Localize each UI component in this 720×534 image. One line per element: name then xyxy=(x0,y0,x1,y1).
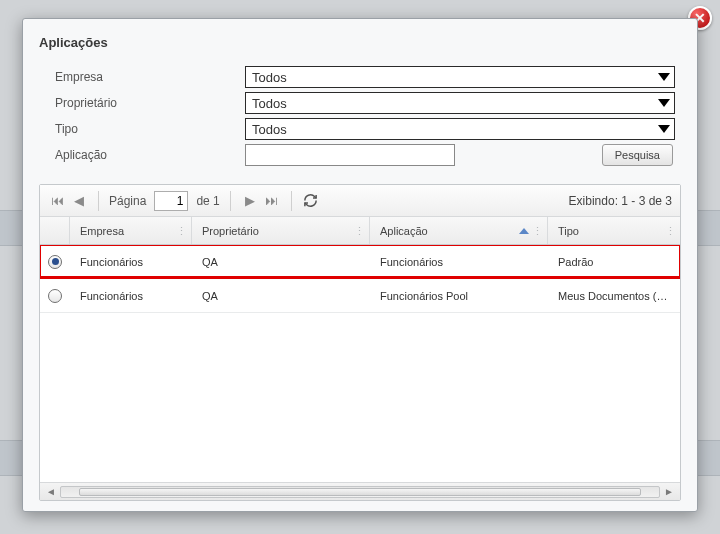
empresa-label: Empresa xyxy=(55,70,245,84)
pesquisa-button[interactable]: Pesquisa xyxy=(602,144,673,166)
row-radio[interactable] xyxy=(48,255,62,269)
proprietario-select[interactable]: Todos xyxy=(245,92,675,114)
separator xyxy=(291,191,292,211)
form-row-tipo: Tipo Todos xyxy=(55,116,675,142)
page-background: ✕ Aplicações Empresa Todos Proprietário … xyxy=(0,0,720,534)
column-header-empresa[interactable]: Empresa ⋮ xyxy=(70,217,192,244)
tipo-select[interactable]: Todos xyxy=(245,118,675,140)
column-header-select[interactable] xyxy=(40,217,70,244)
column-headers: Empresa ⋮ Proprietário ⋮ Aplicação ⋮ Tip… xyxy=(40,217,680,245)
pager-page-prefix: Página xyxy=(109,194,146,208)
scroll-left-button[interactable]: ◄ xyxy=(44,486,58,498)
pager-status: Exibindo: 1 - 3 de 3 xyxy=(569,194,672,208)
last-page-icon: ⏭ xyxy=(265,193,278,208)
chevron-down-icon xyxy=(658,125,670,133)
rows-container: FuncionáriosQAFuncionáriosPadrãoFuncioná… xyxy=(40,245,680,482)
pager-next-button[interactable]: ▶ xyxy=(241,192,259,210)
refresh-icon xyxy=(303,193,318,208)
pager-refresh-button[interactable] xyxy=(302,192,320,210)
first-page-icon: ⏮ xyxy=(51,193,64,208)
cell-tipo: Meus Documentos (Pool) xyxy=(548,290,680,302)
pager-prev-button[interactable]: ◀ xyxy=(70,192,88,210)
tipo-label: Tipo xyxy=(55,122,245,136)
form-row-proprietario: Proprietário Todos xyxy=(55,90,675,116)
empresa-select[interactable]: Todos xyxy=(245,66,675,88)
chevron-down-icon xyxy=(658,73,670,81)
column-header-aplicacao-label: Aplicação xyxy=(380,225,428,237)
column-header-tipo-label: Tipo xyxy=(558,225,579,237)
separator xyxy=(230,191,231,211)
proprietario-label: Proprietário xyxy=(55,96,245,110)
aplicacao-label: Aplicação xyxy=(55,148,245,162)
pager-page-suffix: de 1 xyxy=(196,194,219,208)
empresa-select-value: Todos xyxy=(252,70,287,85)
pager-page-input[interactable] xyxy=(154,191,188,211)
cell-aplicacao: Funcionários xyxy=(370,256,548,268)
column-header-proprietario-label: Proprietário xyxy=(202,225,259,237)
column-header-aplicacao[interactable]: Aplicação ⋮ xyxy=(370,217,548,244)
prev-page-icon: ◀ xyxy=(74,193,84,208)
pager-toolbar: ⏮ ◀ Página de 1 ▶ ⏭ xyxy=(40,185,680,217)
column-header-proprietario[interactable]: Proprietário ⋮ xyxy=(192,217,370,244)
pager-first-button[interactable]: ⏮ xyxy=(48,192,66,210)
column-header-tipo[interactable]: Tipo ⋮ xyxy=(548,217,680,244)
chevron-down-icon xyxy=(658,99,670,107)
sort-asc-icon xyxy=(519,228,529,234)
cell-empresa: Funcionários xyxy=(70,256,192,268)
proprietario-select-value: Todos xyxy=(252,96,287,111)
column-header-empresa-label: Empresa xyxy=(80,225,124,237)
form-row-empresa: Empresa Todos xyxy=(55,64,675,90)
cell-tipo: Padrão xyxy=(548,256,680,268)
scroll-right-button[interactable]: ► xyxy=(662,486,676,498)
aplicacoes-dialog: Aplicações Empresa Todos Proprietário To… xyxy=(22,18,698,512)
filter-form: Empresa Todos Proprietário Todos xyxy=(39,64,681,178)
tipo-select-value: Todos xyxy=(252,122,287,137)
scroll-track[interactable] xyxy=(60,486,660,498)
cell-proprietario: QA xyxy=(192,256,370,268)
chevron-right-icon: ► xyxy=(664,486,674,497)
form-row-aplicacao: Aplicação Pesquisa xyxy=(55,142,675,168)
sort-handle-icon: ⋮ xyxy=(176,224,187,237)
cell-empresa: Funcionários xyxy=(70,290,192,302)
table-row[interactable]: FuncionáriosQAFuncionáriosPadrão xyxy=(40,245,680,279)
table-row[interactable]: FuncionáriosQAFuncionários PoolMeus Docu… xyxy=(40,279,680,313)
results-grid: ⏮ ◀ Página de 1 ▶ ⏭ xyxy=(39,184,681,501)
dialog-title: Aplicações xyxy=(39,35,681,50)
next-page-icon: ▶ xyxy=(245,193,255,208)
chevron-left-icon: ◄ xyxy=(46,486,56,497)
aplicacao-input[interactable] xyxy=(245,144,455,166)
sort-handle-icon: ⋮ xyxy=(665,224,676,237)
pesquisa-button-label: Pesquisa xyxy=(615,149,660,161)
separator xyxy=(98,191,99,211)
scroll-thumb[interactable] xyxy=(79,488,641,496)
sort-handle-icon: ⋮ xyxy=(354,224,365,237)
cell-aplicacao: Funcionários Pool xyxy=(370,290,548,302)
row-radio[interactable] xyxy=(48,289,62,303)
cell-proprietario: QA xyxy=(192,290,370,302)
pager-last-button[interactable]: ⏭ xyxy=(263,192,281,210)
sort-handle-icon: ⋮ xyxy=(532,224,543,237)
grid-horizontal-scrollbar: ◄ ► xyxy=(40,482,680,500)
